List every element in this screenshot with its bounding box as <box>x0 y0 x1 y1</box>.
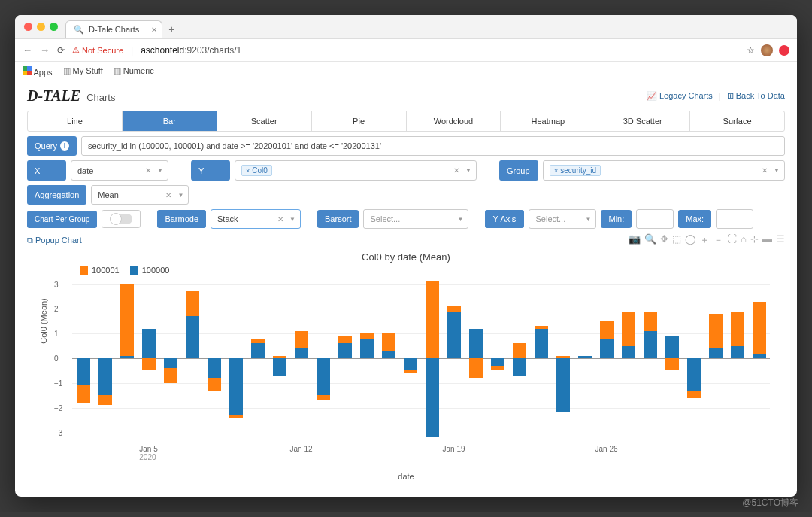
x-axis-label: date <box>35 472 777 481</box>
barmode-select[interactable]: Stack✕▼ <box>211 209 301 229</box>
chevron-down-icon: ▼ <box>177 192 183 199</box>
watermark: @51CTO博客 <box>742 497 798 509</box>
apps-button[interactable]: Apps <box>23 66 53 77</box>
tab-3d-scatter[interactable]: 3D Scatter <box>595 111 690 131</box>
x-select[interactable]: date✕▼ <box>71 160 168 181</box>
url-text[interactable]: aschonfeld:9203/charts/1 <box>141 45 241 56</box>
back-to-data-link[interactable]: ⊞ Back To Data <box>727 91 785 101</box>
tab-heatmap[interactable]: Heatmap <box>501 111 595 131</box>
zoom-icon[interactable]: 🔍 <box>644 233 656 247</box>
barsort-select[interactable]: Select...▼ <box>363 209 468 229</box>
browser-window: 🔍 D-Tale Charts ✕ + ← → ⟳ ⚠Not Secure | … <box>15 15 797 497</box>
compare-icon[interactable]: ☰ <box>776 233 785 247</box>
tab-surface[interactable]: Surface <box>690 111 784 131</box>
close-tab-icon[interactable]: ✕ <box>151 26 157 34</box>
x-label: X <box>27 160 66 181</box>
hover-icon[interactable]: ▬ <box>762 233 772 247</box>
url-bar: ← → ⟳ ⚠Not Secure | aschonfeld:9203/char… <box>15 39 797 62</box>
forward-icon[interactable]: → <box>40 44 50 56</box>
chevron-down-icon: ▼ <box>774 167 780 174</box>
minimize-window-icon[interactable] <box>37 23 45 31</box>
browser-tab[interactable]: 🔍 D-Tale Charts ✕ <box>65 20 162 38</box>
profile-avatar-icon[interactable] <box>761 44 773 56</box>
tab-bar[interactable]: Bar <box>123 111 217 131</box>
chevron-down-icon: ▼ <box>586 216 592 223</box>
bookmark-folder-mystuff[interactable]: ▥ My Stuff <box>63 66 103 76</box>
titlebar: 🔍 D-Tale Charts ✕ + <box>15 15 797 39</box>
tab-wordcloud[interactable]: Wordcloud <box>407 111 501 131</box>
yaxis-label: Y-Axis <box>485 210 524 228</box>
max-label: Max: <box>678 210 711 228</box>
min-input[interactable] <box>636 209 674 229</box>
chevron-down-icon: ▼ <box>157 167 163 174</box>
zoom-in-icon[interactable]: ＋ <box>700 233 710 247</box>
bookmark-folder-numeric[interactable]: ▥ Numeric <box>114 66 154 76</box>
legacy-charts-link[interactable]: 📈 Legacy Charts <box>647 91 713 101</box>
chart-area: Col0 by date (Mean) 100001 100000 Col0 (… <box>27 251 785 481</box>
chevron-down-icon: ▼ <box>289 216 295 223</box>
chart-per-group-toggle[interactable] <box>110 214 132 224</box>
dtale-logo: D-TALE <box>27 87 80 105</box>
new-tab-button[interactable]: + <box>168 23 174 35</box>
group-chip[interactable]: ×security_id <box>550 165 601 176</box>
query-input[interactable]: security_id in (100000, 100001) and date… <box>81 136 785 156</box>
zoom-out-icon[interactable]: － <box>714 233 723 247</box>
clear-icon[interactable]: ✕ <box>762 166 768 175</box>
bookmarks-bar: Apps ▥ My Stuff ▥ Numeric <box>15 62 797 81</box>
extension-icon[interactable] <box>779 45 789 56</box>
search-icon: 🔍 <box>74 25 84 35</box>
aggregation-label: Aggregation <box>27 185 86 205</box>
info-icon[interactable]: i <box>60 141 69 151</box>
chart-per-group-label: Chart Per Group <box>27 211 97 228</box>
group-select[interactable]: ×security_id✕▼ <box>543 160 785 181</box>
min-label: Min: <box>601 210 632 228</box>
tab-scatter[interactable]: Scatter <box>217 111 312 131</box>
not-secure-badge[interactable]: ⚠Not Secure <box>72 45 123 55</box>
spike-icon[interactable]: ⊹ <box>750 233 759 247</box>
group-label: Group <box>499 160 538 181</box>
autoscale-icon[interactable]: ⛶ <box>727 233 737 247</box>
pan-icon[interactable]: ✥ <box>660 233 668 247</box>
y-chip[interactable]: ×Col0 <box>241 165 272 176</box>
chart-plot[interactable]: Col0 (Mean) −3−2−10123 <box>72 279 770 445</box>
y-select[interactable]: ×Col0✕▼ <box>235 160 477 181</box>
chart-legend: 100001 100000 <box>80 266 777 275</box>
y-axis-label: Col0 (Mean) <box>39 298 48 344</box>
popup-chart-link[interactable]: ⧉ Popup Chart <box>27 236 82 245</box>
tab-pie[interactable]: Pie <box>312 111 407 131</box>
barmode-label: Barmode <box>157 210 206 228</box>
x-axis-ticks: Jan 52020Jan 12Jan 19Jan 26 <box>72 445 770 467</box>
max-input[interactable] <box>716 209 753 229</box>
lasso-icon[interactable]: ◯ <box>685 233 696 247</box>
chevron-down-icon: ▼ <box>458 216 464 223</box>
box-select-icon[interactable]: ⬚ <box>672 233 681 247</box>
chart-type-tabs: LineBarScatterPieWordcloudHeatmap3D Scat… <box>27 111 785 132</box>
brand: D-TALE Charts <box>27 87 115 105</box>
reset-axes-icon[interactable]: ⌂ <box>741 233 747 247</box>
barsort-label: Barsort <box>317 210 359 228</box>
clear-icon[interactable]: ✕ <box>453 166 459 175</box>
maximize-window-icon[interactable] <box>50 23 58 31</box>
camera-icon[interactable]: 📷 <box>629 233 641 247</box>
chevron-down-icon: ▼ <box>465 167 471 174</box>
page-content: D-TALE Charts 📈 Legacy Charts | ⊞ Back T… <box>15 81 797 497</box>
clear-icon[interactable]: ✕ <box>165 191 171 199</box>
y-label: Y <box>191 160 230 181</box>
legend-item-100001[interactable]: 100001 <box>80 266 120 275</box>
aggregation-select[interactable]: Mean✕▼ <box>91 185 189 205</box>
tab-title: D-Tale Charts <box>89 25 139 34</box>
yaxis-select[interactable]: Select...▼ <box>529 209 596 229</box>
legend-item-100000[interactable]: 100000 <box>130 266 170 275</box>
chart-title: Col0 by date (Mean) <box>35 251 777 263</box>
tab-line[interactable]: Line <box>28 111 123 131</box>
close-window-icon[interactable] <box>24 23 32 31</box>
reload-icon[interactable]: ⟳ <box>57 45 65 56</box>
plotly-modebar: 📷 🔍 ✥ ⬚ ◯ ＋ － ⛶ ⌂ ⊹ ▬ ☰ <box>629 233 785 247</box>
back-icon[interactable]: ← <box>23 44 32 56</box>
clear-icon[interactable]: ✕ <box>277 215 283 224</box>
query-label: Queryi <box>27 136 77 156</box>
bookmark-star-icon[interactable]: ☆ <box>747 45 755 56</box>
page-title: Charts <box>86 92 115 103</box>
clear-icon[interactable]: ✕ <box>145 166 151 175</box>
window-controls <box>24 23 58 31</box>
